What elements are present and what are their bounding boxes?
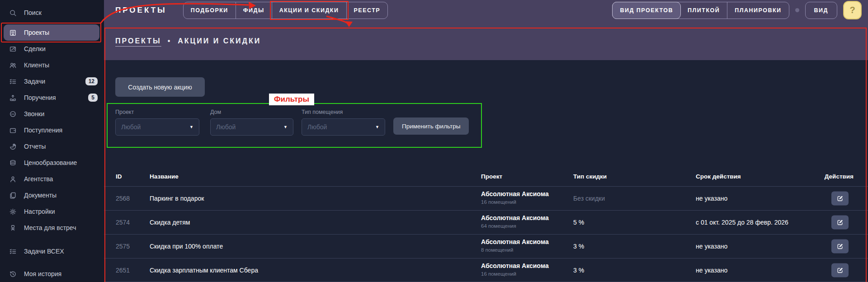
sidebar-item-history[interactable]: Моя история [0, 266, 104, 282]
sidebar-item-settings[interactable]: Настройки [0, 203, 104, 220]
column-actions: Действия [825, 173, 854, 180]
tab-fidy[interactable]: ФИДЫ [236, 2, 272, 19]
row-name: Паркинг в подарок [150, 195, 204, 202]
apply-filters-button[interactable]: Применить фильтры [393, 118, 469, 135]
sidebar-item-meeting-places[interactable]: Места для встреч [0, 220, 104, 236]
sidebar-item-label: Места для встреч [24, 224, 98, 231]
sidebar-item-projects[interactable]: Проекты [4, 24, 99, 41]
errands-icon [9, 94, 17, 102]
view-tab-layouts[interactable]: ПЛАНИРОВКИ [727, 2, 788, 19]
tab-podborki[interactable]: ПОДБОРКИ [184, 2, 236, 19]
dot-indicator [795, 8, 799, 12]
tab-reestr[interactable]: РЕЕСТР [346, 2, 388, 19]
row-name: Скидка детям [150, 219, 190, 226]
row-discount: 5 % [573, 219, 584, 226]
sidebar-item-reports[interactable]: Отчеты [0, 138, 104, 155]
receipts-icon [9, 127, 17, 134]
row-discount: 3 % [573, 267, 584, 274]
documents-icon [9, 192, 17, 199]
filters-annotation-label: Фильтры [269, 94, 314, 105]
row-id: 2575 [116, 243, 130, 250]
sidebar-item-label: Клиенты [24, 61, 98, 69]
filter-house-label: Дом [210, 109, 293, 115]
filter-house: Дом Любой ▼ [210, 109, 293, 136]
sidebar-item-clients[interactable]: Клиенты [0, 57, 104, 73]
sidebar-item-pricing[interactable]: Ценообразование [0, 155, 104, 171]
sidebar-item-label: Проекты [24, 29, 93, 36]
column-period: Срок действия [696, 173, 741, 180]
edit-promo-button[interactable] [831, 240, 849, 254]
edit-promo-button[interactable] [831, 263, 849, 277]
meeting-places-icon [9, 224, 17, 232]
chevron-down-icon: ▼ [283, 125, 288, 129]
sidebar-item-label: Звонки [24, 110, 98, 118]
breadcrumb-separator: • [168, 37, 172, 45]
column-id: ID [116, 173, 122, 180]
row-project-units: 16 помещений [481, 271, 549, 277]
chevron-down-icon: ▼ [189, 125, 193, 129]
sidebar-item-calls[interactable]: Звонки [0, 106, 104, 122]
table-header: ID Название Проект Тип скидки Срок дейст… [104, 173, 868, 182]
row-project-units: 16 помещений [481, 199, 549, 205]
column-project: Проект [481, 173, 502, 180]
sidebar-item-label: Отчеты [24, 143, 98, 150]
breadcrumb-projects-link[interactable]: ПРОЕКТЫ [115, 37, 161, 45]
page-title: ПРОЕКТЫ [115, 6, 167, 15]
help-button[interactable]: ? [843, 1, 862, 19]
projects-building-icon [9, 29, 17, 37]
sidebar-item-receipts[interactable]: Поступления [0, 122, 104, 138]
tasks-all-icon [9, 248, 17, 255]
sidebar-item-label: Поручения [24, 94, 81, 101]
pricing-icon [9, 159, 17, 167]
column-name: Название [150, 173, 179, 180]
room-type-select[interactable]: Любой ▼ [302, 118, 385, 136]
filter-project-label: Проект [115, 109, 199, 115]
sidebar-item-label: Задачи [24, 78, 78, 85]
sidebar-item-label: Ценообразование [24, 159, 98, 166]
sidebar-item-tasks[interactable]: Задачи 12 [0, 73, 104, 89]
sidebar-item-deals[interactable]: Сделки [0, 41, 104, 57]
row-project: Абсолютная Аксиома 64 помещения [481, 214, 549, 229]
house-select[interactable]: Любой ▼ [210, 118, 293, 136]
row-actions [831, 192, 849, 206]
edit-pencil-icon [837, 195, 844, 202]
sidebar-item-tasks-all[interactable]: Задачи ВСЕХ [0, 243, 104, 259]
sidebar-item-errands[interactable]: Поручения 5 [0, 89, 104, 106]
row-project: Абсолютная Аксиома 8 помещений [481, 238, 549, 253]
table-row: 2651 Скидка зарплатным клиентам Сбера Аб… [104, 258, 868, 282]
calls-icon [9, 110, 17, 118]
table-row: 2574 Скидка детям Абсолютная Аксиома 64 … [104, 210, 868, 234]
header: ПРОЕКТЫ ПОДБОРКИ ФИДЫ АКЦИИ И СКИДКИ РЕЕ… [104, 0, 868, 60]
sidebar-item-search[interactable]: Поиск [0, 5, 104, 21]
edit-promo-button[interactable] [831, 192, 849, 206]
row-period: не указано [696, 195, 727, 202]
sidebar: Поиск Проекты Сделки Клиенты Задачи 12 П… [0, 0, 104, 282]
filter-project: Проект Любой ▼ [115, 109, 199, 136]
edit-promo-button[interactable] [831, 216, 849, 230]
row-period: с 01 окт. 2025 до 28 февр. 2026 [696, 219, 788, 226]
row-actions [831, 263, 849, 277]
main-content: Создать новую акцию Фильтры Проект Любой… [104, 60, 868, 282]
create-promo-button[interactable]: Создать новую акцию [115, 77, 205, 97]
breadcrumb-current: АКЦИИ И СКИДКИ [178, 37, 261, 45]
tab-akcii-i-skidki[interactable]: АКЦИИ И СКИДКИ [272, 2, 346, 19]
sidebar-item-agencies[interactable]: Агентства [0, 171, 104, 187]
agencies-icon [9, 175, 17, 183]
row-discount: Без скидки [573, 195, 605, 202]
tasks-count-badge: 12 [85, 77, 98, 85]
row-name: Скидка зарплатным клиентам Сбера [150, 267, 258, 274]
sidebar-item-documents[interactable]: Документы [0, 187, 104, 203]
deals-icon [9, 45, 17, 53]
view-tab-projects[interactable]: ВИД ПРОЕКТОВ [612, 2, 681, 19]
breadcrumb: ПРОЕКТЫ • АКЦИИ И СКИДКИ [115, 37, 261, 45]
history-icon [9, 270, 17, 278]
project-select[interactable]: Любой ▼ [115, 118, 199, 136]
row-id: 2568 [116, 195, 130, 202]
view-tab-tiles[interactable]: ПЛИТКОЙ [680, 2, 727, 19]
row-project: Абсолютная Аксиома 16 помещений [481, 262, 549, 277]
view-tools: ВИД ПРОЕКТОВ ПЛИТКОЙ ПЛАНИРОВКИ ВИД ? [612, 1, 862, 19]
row-name: Скидка при 100% оплате [150, 243, 223, 250]
table-row: 2568 Паркинг в подарок Абсолютная Аксиом… [104, 186, 868, 210]
vid-button[interactable]: ВИД [805, 2, 837, 19]
edit-pencil-icon [837, 267, 844, 273]
